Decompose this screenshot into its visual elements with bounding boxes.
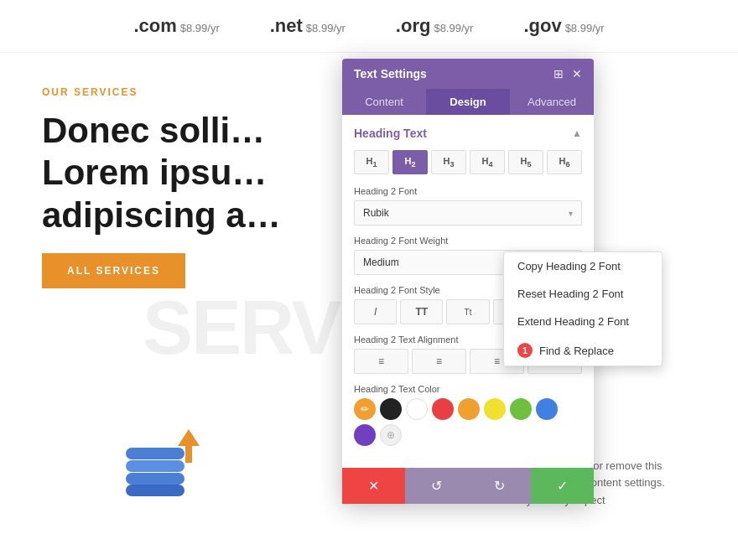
panel-tabs: Content Design Advanced: [342, 89, 594, 115]
h1-button[interactable]: H1: [354, 150, 389, 174]
font-input[interactable]: Rubik ▾: [354, 200, 582, 226]
all-services-button[interactable]: ALL SERVICES: [42, 253, 185, 288]
context-find-replace[interactable]: 1 Find & Replace: [504, 335, 662, 366]
h6-button[interactable]: H6: [547, 150, 582, 174]
h5-button[interactable]: H5: [508, 150, 543, 174]
color-black-swatch[interactable]: [380, 398, 402, 420]
panel-title: Text Settings: [354, 67, 427, 80]
expand-icon[interactable]: ⊞: [554, 67, 564, 80]
color-field-label: Heading 2 Text Color: [354, 384, 582, 394]
font-field-label: Heading 2 Font: [354, 186, 582, 196]
domain-org[interactable]: .org $8.99/yr: [396, 15, 474, 37]
color-green-swatch[interactable]: [510, 398, 532, 420]
italic-button[interactable]: I: [354, 299, 397, 324]
context-menu: Copy Heading 2 Font Reset Heading 2 Font…: [503, 251, 663, 366]
domain-net-price: $8.99/yr: [306, 22, 346, 34]
find-replace-badge: 1: [517, 343, 533, 358]
chevron-up-icon[interactable]: ▲: [572, 127, 582, 139]
caps-button[interactable]: TT: [400, 299, 443, 324]
domain-bar: .com $8.99/yr .net $8.99/yr .org $8.99/y…: [0, 0, 738, 53]
panel-header-icons: ⊞ ✕: [554, 67, 582, 80]
h2-button[interactable]: H2: [392, 150, 428, 174]
cancel-button[interactable]: ✕: [342, 468, 405, 504]
database-icon: [117, 423, 210, 518]
domain-net-name: .net: [270, 15, 303, 37]
heading-text-section-header: Heading Text ▲: [354, 127, 582, 140]
align-left-button[interactable]: ≡: [354, 349, 408, 374]
context-find-replace-label: Find & Replace: [539, 345, 614, 357]
svg-rect-3: [126, 448, 184, 459]
font-value: Rubik: [363, 207, 389, 219]
svg-rect-1: [126, 485, 184, 496]
context-copy-font-label: Copy Heading 2 Font: [517, 260, 621, 272]
align-center-button[interactable]: ≡: [412, 349, 466, 374]
redo-button[interactable]: ↻: [468, 468, 531, 504]
close-icon[interactable]: ✕: [572, 67, 582, 80]
svg-rect-5: [185, 446, 192, 463]
tab-advanced[interactable]: Advanced: [510, 89, 594, 115]
domain-com-price: $8.99/yr: [180, 22, 220, 34]
domain-net[interactable]: .net $8.99/yr: [270, 15, 346, 37]
panel-footer: ✕ ↺ ↻ ✓: [342, 468, 594, 504]
color-purple-swatch[interactable]: [354, 424, 376, 446]
eyedropper-icon[interactable]: ⊕: [380, 424, 402, 446]
color-swatches: ✏ ⊕: [354, 398, 582, 446]
save-button[interactable]: ✓: [531, 468, 594, 504]
h3-button[interactable]: H3: [431, 150, 466, 174]
svg-rect-2: [126, 460, 184, 472]
color-blue-swatch[interactable]: [536, 398, 558, 420]
heading-text-section-title: Heading Text: [354, 127, 427, 140]
domain-org-name: .org: [396, 15, 431, 37]
context-copy-font[interactable]: Copy Heading 2 Font: [504, 252, 662, 280]
weight-value: Medium: [363, 257, 399, 268]
small-caps-button[interactable]: Tt: [446, 299, 489, 324]
tab-design[interactable]: Design: [426, 89, 510, 115]
domain-com[interactable]: .com $8.99/yr: [133, 15, 219, 37]
panel-header: Text Settings ⊞ ✕: [342, 59, 594, 89]
domain-gov-price: $8.99/yr: [565, 22, 605, 34]
svg-marker-4: [178, 429, 200, 446]
context-reset-font-label: Reset Heading 2 Font: [517, 288, 623, 300]
color-orange-swatch[interactable]: [458, 398, 480, 420]
weight-field-label: Heading 2 Font Weight: [354, 236, 582, 246]
domain-com-name: .com: [133, 15, 176, 37]
context-reset-font[interactable]: Reset Heading 2 Font: [504, 280, 662, 308]
h4-button[interactable]: H4: [470, 150, 505, 174]
color-yellow-swatch[interactable]: [484, 398, 506, 420]
tab-content[interactable]: Content: [342, 89, 426, 115]
context-extend-font[interactable]: Extend Heading 2 Font: [504, 308, 662, 335]
domain-gov-name: .gov: [523, 15, 561, 37]
color-white-swatch[interactable]: [406, 398, 428, 420]
domain-gov[interactable]: .gov $8.99/yr: [523, 15, 604, 37]
domain-org-price: $8.99/yr: [434, 22, 473, 34]
heading-level-buttons: H1 H2 H3 H4 H5 H6: [354, 150, 582, 174]
color-red-swatch[interactable]: [432, 398, 454, 420]
font-field: Heading 2 Font Rubik ▾: [354, 186, 582, 226]
undo-button[interactable]: ↺: [405, 468, 468, 504]
color-field: Heading 2 Text Color ✏ ⊕: [354, 384, 582, 446]
svg-rect-0: [126, 473, 184, 485]
font-arrow-icon: ▾: [569, 209, 573, 218]
color-pencil-swatch[interactable]: ✏: [354, 398, 376, 420]
context-extend-font-label: Extend Heading 2 Font: [517, 315, 629, 328]
